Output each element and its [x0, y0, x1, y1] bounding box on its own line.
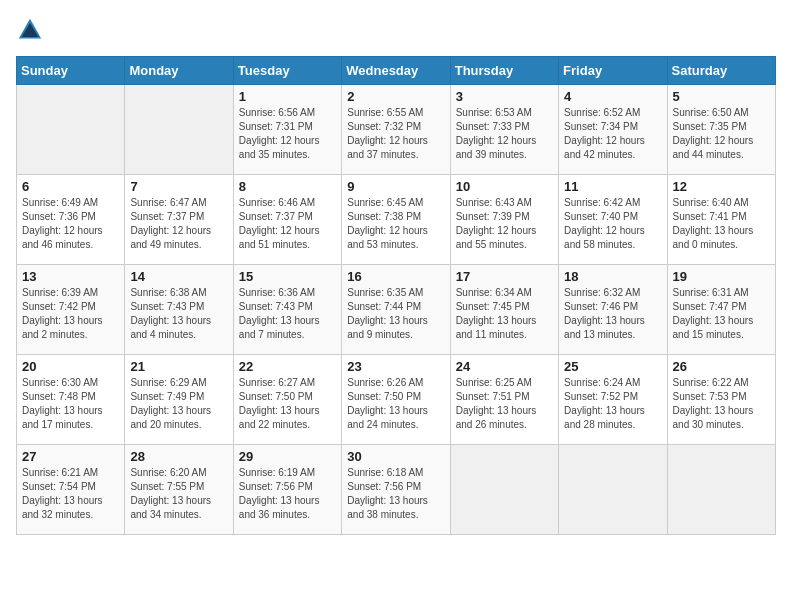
calendar-cell: 17Sunrise: 6:34 AMSunset: 7:45 PMDayligh… — [450, 265, 558, 355]
day-info: Sunrise: 6:46 AMSunset: 7:37 PMDaylight:… — [239, 196, 336, 252]
calendar-cell: 22Sunrise: 6:27 AMSunset: 7:50 PMDayligh… — [233, 355, 341, 445]
calendar-cell: 19Sunrise: 6:31 AMSunset: 7:47 PMDayligh… — [667, 265, 775, 355]
day-info: Sunrise: 6:20 AMSunset: 7:55 PMDaylight:… — [130, 466, 227, 522]
day-number: 20 — [22, 359, 119, 374]
day-number: 5 — [673, 89, 770, 104]
calendar-week-row: 6Sunrise: 6:49 AMSunset: 7:36 PMDaylight… — [17, 175, 776, 265]
day-info: Sunrise: 6:26 AMSunset: 7:50 PMDaylight:… — [347, 376, 444, 432]
day-number: 6 — [22, 179, 119, 194]
day-number: 19 — [673, 269, 770, 284]
calendar-cell: 15Sunrise: 6:36 AMSunset: 7:43 PMDayligh… — [233, 265, 341, 355]
day-number: 28 — [130, 449, 227, 464]
day-number: 14 — [130, 269, 227, 284]
calendar-cell: 13Sunrise: 6:39 AMSunset: 7:42 PMDayligh… — [17, 265, 125, 355]
calendar-cell — [17, 85, 125, 175]
calendar-cell: 29Sunrise: 6:19 AMSunset: 7:56 PMDayligh… — [233, 445, 341, 535]
day-number: 8 — [239, 179, 336, 194]
day-info: Sunrise: 6:18 AMSunset: 7:56 PMDaylight:… — [347, 466, 444, 522]
calendar-cell: 23Sunrise: 6:26 AMSunset: 7:50 PMDayligh… — [342, 355, 450, 445]
calendar-cell: 27Sunrise: 6:21 AMSunset: 7:54 PMDayligh… — [17, 445, 125, 535]
day-info: Sunrise: 6:38 AMSunset: 7:43 PMDaylight:… — [130, 286, 227, 342]
weekday-header: Monday — [125, 57, 233, 85]
day-info: Sunrise: 6:55 AMSunset: 7:32 PMDaylight:… — [347, 106, 444, 162]
day-number: 1 — [239, 89, 336, 104]
day-info: Sunrise: 6:53 AMSunset: 7:33 PMDaylight:… — [456, 106, 553, 162]
day-number: 15 — [239, 269, 336, 284]
calendar-cell: 28Sunrise: 6:20 AMSunset: 7:55 PMDayligh… — [125, 445, 233, 535]
calendar-cell — [450, 445, 558, 535]
day-info: Sunrise: 6:19 AMSunset: 7:56 PMDaylight:… — [239, 466, 336, 522]
calendar-week-row: 20Sunrise: 6:30 AMSunset: 7:48 PMDayligh… — [17, 355, 776, 445]
day-number: 3 — [456, 89, 553, 104]
calendar-cell: 5Sunrise: 6:50 AMSunset: 7:35 PMDaylight… — [667, 85, 775, 175]
day-number: 4 — [564, 89, 661, 104]
day-number: 9 — [347, 179, 444, 194]
day-info: Sunrise: 6:25 AMSunset: 7:51 PMDaylight:… — [456, 376, 553, 432]
day-number: 16 — [347, 269, 444, 284]
calendar-cell: 16Sunrise: 6:35 AMSunset: 7:44 PMDayligh… — [342, 265, 450, 355]
day-info: Sunrise: 6:31 AMSunset: 7:47 PMDaylight:… — [673, 286, 770, 342]
day-number: 26 — [673, 359, 770, 374]
day-info: Sunrise: 6:40 AMSunset: 7:41 PMDaylight:… — [673, 196, 770, 252]
calendar-cell: 21Sunrise: 6:29 AMSunset: 7:49 PMDayligh… — [125, 355, 233, 445]
day-info: Sunrise: 6:50 AMSunset: 7:35 PMDaylight:… — [673, 106, 770, 162]
weekday-header: Tuesday — [233, 57, 341, 85]
weekday-header: Saturday — [667, 57, 775, 85]
day-number: 21 — [130, 359, 227, 374]
calendar-cell: 8Sunrise: 6:46 AMSunset: 7:37 PMDaylight… — [233, 175, 341, 265]
day-info: Sunrise: 6:56 AMSunset: 7:31 PMDaylight:… — [239, 106, 336, 162]
day-info: Sunrise: 6:24 AMSunset: 7:52 PMDaylight:… — [564, 376, 661, 432]
day-number: 17 — [456, 269, 553, 284]
day-info: Sunrise: 6:22 AMSunset: 7:53 PMDaylight:… — [673, 376, 770, 432]
day-info: Sunrise: 6:43 AMSunset: 7:39 PMDaylight:… — [456, 196, 553, 252]
weekday-header: Thursday — [450, 57, 558, 85]
weekday-header: Friday — [559, 57, 667, 85]
day-number: 25 — [564, 359, 661, 374]
calendar-week-row: 13Sunrise: 6:39 AMSunset: 7:42 PMDayligh… — [17, 265, 776, 355]
logo — [16, 16, 48, 44]
day-info: Sunrise: 6:34 AMSunset: 7:45 PMDaylight:… — [456, 286, 553, 342]
weekday-row: SundayMondayTuesdayWednesdayThursdayFrid… — [17, 57, 776, 85]
calendar-week-row: 27Sunrise: 6:21 AMSunset: 7:54 PMDayligh… — [17, 445, 776, 535]
day-number: 12 — [673, 179, 770, 194]
day-number: 22 — [239, 359, 336, 374]
day-info: Sunrise: 6:39 AMSunset: 7:42 PMDaylight:… — [22, 286, 119, 342]
day-info: Sunrise: 6:27 AMSunset: 7:50 PMDaylight:… — [239, 376, 336, 432]
calendar-header: SundayMondayTuesdayWednesdayThursdayFrid… — [17, 57, 776, 85]
day-number: 18 — [564, 269, 661, 284]
day-info: Sunrise: 6:32 AMSunset: 7:46 PMDaylight:… — [564, 286, 661, 342]
day-info: Sunrise: 6:47 AMSunset: 7:37 PMDaylight:… — [130, 196, 227, 252]
calendar-cell — [559, 445, 667, 535]
calendar-cell: 10Sunrise: 6:43 AMSunset: 7:39 PMDayligh… — [450, 175, 558, 265]
calendar-cell: 7Sunrise: 6:47 AMSunset: 7:37 PMDaylight… — [125, 175, 233, 265]
calendar-table: SundayMondayTuesdayWednesdayThursdayFrid… — [16, 56, 776, 535]
day-number: 30 — [347, 449, 444, 464]
day-number: 10 — [456, 179, 553, 194]
page-header — [16, 16, 776, 44]
day-number: 24 — [456, 359, 553, 374]
calendar-body: 1Sunrise: 6:56 AMSunset: 7:31 PMDaylight… — [17, 85, 776, 535]
day-number: 23 — [347, 359, 444, 374]
calendar-cell: 14Sunrise: 6:38 AMSunset: 7:43 PMDayligh… — [125, 265, 233, 355]
calendar-cell: 30Sunrise: 6:18 AMSunset: 7:56 PMDayligh… — [342, 445, 450, 535]
calendar-week-row: 1Sunrise: 6:56 AMSunset: 7:31 PMDaylight… — [17, 85, 776, 175]
day-info: Sunrise: 6:49 AMSunset: 7:36 PMDaylight:… — [22, 196, 119, 252]
day-number: 13 — [22, 269, 119, 284]
calendar-cell: 26Sunrise: 6:22 AMSunset: 7:53 PMDayligh… — [667, 355, 775, 445]
day-info: Sunrise: 6:30 AMSunset: 7:48 PMDaylight:… — [22, 376, 119, 432]
calendar-cell: 1Sunrise: 6:56 AMSunset: 7:31 PMDaylight… — [233, 85, 341, 175]
calendar-cell: 20Sunrise: 6:30 AMSunset: 7:48 PMDayligh… — [17, 355, 125, 445]
calendar-cell — [667, 445, 775, 535]
calendar-cell: 6Sunrise: 6:49 AMSunset: 7:36 PMDaylight… — [17, 175, 125, 265]
day-info: Sunrise: 6:42 AMSunset: 7:40 PMDaylight:… — [564, 196, 661, 252]
calendar-cell: 11Sunrise: 6:42 AMSunset: 7:40 PMDayligh… — [559, 175, 667, 265]
day-info: Sunrise: 6:45 AMSunset: 7:38 PMDaylight:… — [347, 196, 444, 252]
day-info: Sunrise: 6:52 AMSunset: 7:34 PMDaylight:… — [564, 106, 661, 162]
day-number: 2 — [347, 89, 444, 104]
calendar-cell — [125, 85, 233, 175]
day-number: 29 — [239, 449, 336, 464]
calendar-cell: 2Sunrise: 6:55 AMSunset: 7:32 PMDaylight… — [342, 85, 450, 175]
weekday-header: Sunday — [17, 57, 125, 85]
calendar-cell: 12Sunrise: 6:40 AMSunset: 7:41 PMDayligh… — [667, 175, 775, 265]
day-number: 7 — [130, 179, 227, 194]
